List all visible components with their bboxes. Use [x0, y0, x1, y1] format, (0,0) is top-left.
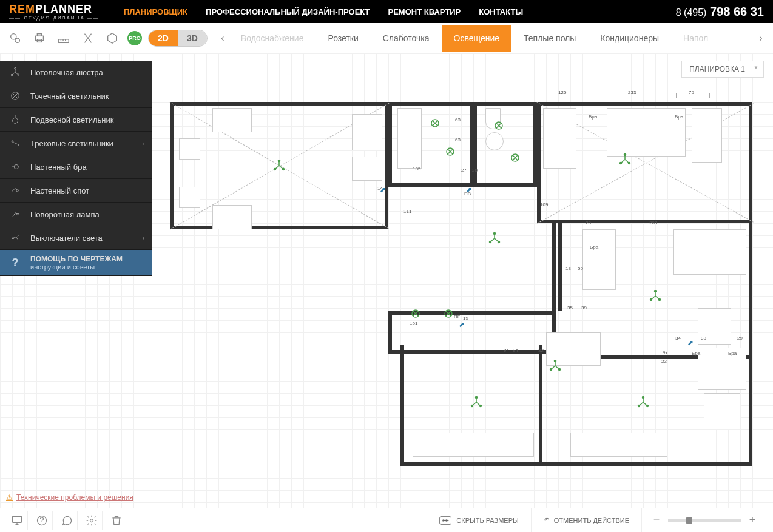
sidebar-help[interactable]: ? ПОМОЩЬ ПО ЧЕРТЕЖАМ инструкции и советы — [0, 250, 152, 276]
ruler-icon[interactable] — [55, 29, 73, 47]
nav-renovation[interactable]: РЕМОНТ КВАРТИР — [388, 7, 461, 16]
dim: 28 — [586, 220, 591, 226]
gear-icon[interactable] — [81, 511, 103, 530]
undo-button[interactable]: ↶ ОТМЕНИТЬ ДЕЙСТВИЕ — [531, 508, 641, 532]
svg-point-0 — [11, 33, 16, 39]
tabs-prev-icon[interactable]: ‹ — [217, 33, 229, 44]
dim-line — [592, 96, 677, 96]
tab-sockets[interactable]: Розетки — [316, 25, 370, 52]
dim-125: 125 — [558, 90, 566, 95]
tab-water[interactable]: Водоснабжение — [229, 25, 316, 52]
pg-label: ПГ — [454, 314, 460, 320]
tab-lighting[interactable]: Освещение — [442, 25, 511, 52]
sidebar-chandelier[interactable]: Потолочная люстра — [0, 61, 152, 84]
sconce-icon — [9, 161, 21, 173]
spotlight-icon[interactable] — [446, 147, 454, 156]
svg-point-23 — [647, 405, 649, 407]
switch-icon[interactable]: ⬈ — [459, 320, 465, 329]
sidebar-wall-spot[interactable]: Настенный спот — [0, 179, 152, 203]
catalog-icon[interactable] — [103, 29, 121, 47]
dim: 94 — [513, 348, 518, 353]
nav-design-project[interactable]: ПРОФЕССИОНАЛЬНЫЙ ДИЗАЙН-ПРОЕКТ — [206, 7, 370, 16]
floorplan[interactable]: 125 233 75 — [170, 96, 752, 472]
phone-number[interactable]: 8 (495) 798 66 31 — [676, 5, 764, 19]
tab-heating[interactable]: Теплые полы — [511, 25, 588, 52]
dim-line — [539, 96, 587, 96]
spotlight-icon[interactable] — [511, 153, 519, 162]
room-3 — [473, 102, 537, 187]
sidebar-item-label: Подвесной светильник — [30, 115, 113, 124]
zoom-out-button[interactable]: − — [651, 514, 662, 527]
sidebar-wall-sconce[interactable]: Настенный бра — [0, 155, 152, 179]
layout-selector[interactable]: ПЛАНИРОВКА 1 — [681, 61, 764, 78]
dim: 109 — [540, 202, 548, 207]
sidebar-swivel-lamp[interactable]: Поворотная лампа — [0, 203, 152, 226]
furniture — [352, 157, 382, 181]
switch-icon[interactable]: ⬈ — [380, 186, 386, 194]
svg-point-33 — [15, 67, 16, 69]
switch-icon[interactable]: ⬈ — [466, 186, 472, 194]
sidebar-track[interactable]: Трековые светильники › — [0, 132, 152, 155]
view-toggle: 2D 3D — [148, 30, 208, 47]
zoom-slider[interactable] — [668, 519, 741, 522]
print-icon[interactable] — [30, 29, 49, 47]
bra-label: Бра — [692, 351, 700, 356]
tab-ac[interactable]: Кондиционеры — [588, 25, 671, 52]
dim: 55 — [578, 266, 583, 271]
chandelier-icon[interactable] — [549, 360, 561, 372]
svg-point-25 — [550, 369, 552, 371]
view-2d-button[interactable]: 2D — [149, 30, 178, 46]
svg-point-38 — [14, 164, 18, 169]
tab-lowvoltage[interactable]: Слаботочка — [371, 25, 442, 52]
settings-icon[interactable] — [6, 29, 24, 47]
hide-dimensions-button[interactable]: 80 СКРЫТЬ РАЗМЕРЫ — [427, 508, 530, 532]
spotlight-icon[interactable] — [495, 121, 503, 130]
chandelier-icon[interactable] — [649, 290, 661, 302]
furniture — [543, 108, 576, 169]
logo-planner: PLANNER — [35, 3, 92, 15]
hide-dims-label: СКРЫТЬ РАЗМЕРЫ — [456, 517, 518, 524]
spotlight-icon[interactable] — [411, 309, 420, 318]
nav-planner[interactable]: ПЛАНИРОВЩИК — [124, 7, 187, 16]
zoom-in-button[interactable]: + — [747, 514, 758, 527]
dim: 47 — [663, 349, 668, 355]
spotlight-icon[interactable] — [431, 119, 439, 127]
bra-label: Бра — [675, 114, 683, 120]
pro-badge[interactable]: PRO — [127, 31, 142, 45]
view-3d-button[interactable]: 3D — [178, 30, 207, 46]
bottombar: 80 СКРЫТЬ РАЗМЕРЫ ↶ ОТМЕНИТЬ ДЕЙСТВИЕ − … — [0, 508, 773, 532]
monitor-icon[interactable] — [6, 511, 28, 530]
tab-flooring[interactable]: Напол — [671, 25, 720, 52]
help-circle-icon[interactable] — [31, 511, 53, 530]
chandelier-icon[interactable] — [488, 232, 501, 244]
logo[interactable]: REMPLANNER —— СТУДИЯ ДИЗАЙНА —— — [9, 3, 100, 21]
sidebar-spotlight[interactable]: Точечный светильник — [0, 84, 152, 108]
chandelier-icon[interactable] — [470, 396, 482, 408]
switch-icon[interactable]: ⬈ — [687, 338, 694, 347]
svg-point-20 — [480, 405, 482, 407]
dim: 185 — [413, 166, 420, 172]
spotlight-icon[interactable] — [444, 309, 453, 318]
tools-icon[interactable] — [79, 29, 97, 47]
sidebar: Потолочная люстра Точечный светильник По… — [0, 61, 152, 276]
nav-contacts[interactable]: КОНТАКТЫ — [479, 7, 523, 16]
chandelier-icon[interactable] — [637, 396, 649, 408]
chandelier-icon[interactable] — [619, 153, 631, 166]
trash-icon[interactable] — [106, 511, 127, 530]
svg-point-14 — [498, 241, 500, 243]
sidebar-switches[interactable]: Выключатели света › — [0, 226, 152, 250]
sidebar-pendant[interactable]: Подвесной светильник — [0, 108, 152, 132]
chandelier-icon[interactable] — [273, 160, 285, 172]
wall-div — [539, 345, 542, 466]
sink — [485, 132, 504, 150]
tech-problems-link[interactable]: ⚠ Технические проблемы и решения — [6, 493, 133, 502]
wall-div2 — [558, 220, 562, 311]
svg-point-24 — [555, 360, 556, 362]
chat-icon[interactable] — [56, 511, 78, 530]
main-nav: ПЛАНИРОВЩИК ПРОФЕССИОНАЛЬНЫЙ ДИЗАЙН-ПРОЕ… — [124, 7, 676, 16]
logo-rem: REM — [9, 3, 35, 15]
sidebar-item-label: Точечный светильник — [30, 92, 109, 101]
bra-label: Бра — [589, 114, 597, 120]
help-icon: ? — [9, 257, 21, 269]
tabs-next-icon[interactable]: › — [755, 33, 767, 44]
